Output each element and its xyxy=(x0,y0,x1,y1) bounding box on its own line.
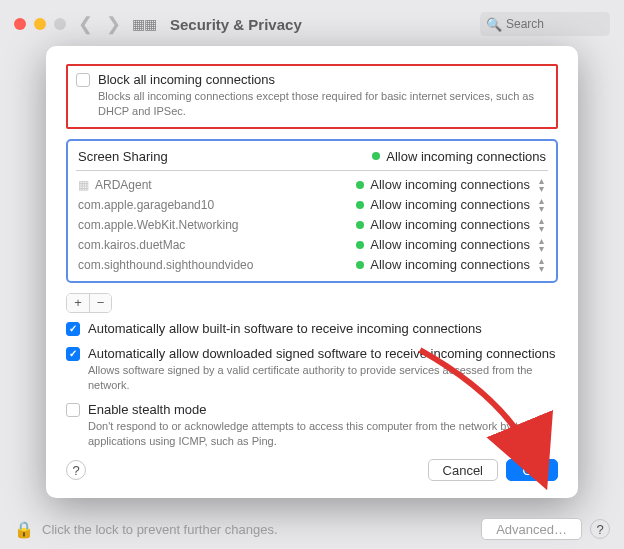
block-all-checkbox[interactable] xyxy=(76,73,90,87)
search-input[interactable] xyxy=(506,17,604,31)
firewall-options-sheet: Block all incoming connections Blocks al… xyxy=(46,46,578,498)
cancel-button[interactable]: Cancel xyxy=(428,459,498,481)
forward-button[interactable]: ❯ xyxy=(104,13,122,35)
lock-text: Click the lock to prevent further change… xyxy=(42,522,278,537)
remove-button[interactable]: − xyxy=(89,294,111,312)
block-all-description: Blocks all incoming connections except t… xyxy=(98,89,548,119)
show-all-icon[interactable]: ▦▦ xyxy=(132,16,156,32)
back-button[interactable]: ❮ xyxy=(76,13,94,35)
status-dot-icon xyxy=(356,201,364,209)
app-icon: ▦ xyxy=(78,178,89,192)
status-stepper[interactable]: ▴▾ xyxy=(536,197,546,213)
status-dot-icon xyxy=(356,261,364,269)
block-all-highlight: Block all incoming connections Blocks al… xyxy=(66,64,558,129)
app-status: Allow incoming connections xyxy=(370,217,530,232)
stealth-description: Don't respond to or acknowledge attempts… xyxy=(88,419,558,449)
app-name: com.sighthound.sighthoundvideo xyxy=(78,258,356,272)
app-row[interactable]: ▦ ARDAgent Allow incoming connections ▴▾ xyxy=(76,175,548,195)
status-dot-icon xyxy=(356,181,364,189)
apps-header-status: Allow incoming connections xyxy=(386,149,546,164)
window-title: Security & Privacy xyxy=(170,16,302,33)
window-toolbar: ❮ ❯ ▦▦ Security & Privacy 🔍 xyxy=(0,0,624,48)
zoom-window-button[interactable] xyxy=(54,18,66,30)
status-stepper[interactable]: ▴▾ xyxy=(536,257,546,273)
app-name: ARDAgent xyxy=(95,178,356,192)
status-dot-icon xyxy=(356,221,364,229)
app-status: Allow incoming connections xyxy=(370,257,530,272)
app-status: Allow incoming connections xyxy=(370,237,530,252)
ok-button[interactable]: OK xyxy=(506,459,558,481)
add-remove-control: + − xyxy=(66,293,112,313)
help-button-bottom[interactable]: ? xyxy=(590,519,610,539)
bottom-bar: 🔒 Click the lock to prevent further chan… xyxy=(0,509,624,549)
close-window-button[interactable] xyxy=(14,18,26,30)
help-button[interactable]: ? xyxy=(66,460,86,480)
auto-builtin-checkbox[interactable]: ✓ xyxy=(66,322,80,336)
status-stepper[interactable]: ▴▾ xyxy=(536,237,546,253)
status-stepper[interactable]: ▴▾ xyxy=(536,217,546,233)
divider xyxy=(76,170,548,171)
app-row[interactable]: com.sighthound.sighthoundvideo Allow inc… xyxy=(76,255,548,275)
search-field[interactable]: 🔍 xyxy=(480,12,610,36)
minimize-window-button[interactable] xyxy=(34,18,46,30)
advanced-button[interactable]: Advanced… xyxy=(481,518,582,540)
status-dot-icon xyxy=(372,152,380,160)
auto-builtin-label: Automatically allow built-in software to… xyxy=(88,321,482,336)
stealth-checkbox[interactable] xyxy=(66,403,80,417)
apps-list-header: Screen Sharing Allow incoming connection… xyxy=(76,145,548,168)
lock-icon[interactable]: 🔒 xyxy=(14,520,34,539)
app-name: com.kairos.duetMac xyxy=(78,238,356,252)
block-all-label: Block all incoming connections xyxy=(98,72,275,87)
app-row[interactable]: com.kairos.duetMac Allow incoming connec… xyxy=(76,235,548,255)
app-row[interactable]: com.apple.WebKit.Networking Allow incomi… xyxy=(76,215,548,235)
auto-signed-description: Allows software signed by a valid certif… xyxy=(88,363,558,393)
auto-signed-checkbox[interactable]: ✓ xyxy=(66,347,80,361)
app-name: com.apple.garageband10 xyxy=(78,198,356,212)
search-icon: 🔍 xyxy=(486,17,502,32)
stealth-label: Enable stealth mode xyxy=(88,402,207,417)
apps-list-highlight: Screen Sharing Allow incoming connection… xyxy=(66,139,558,283)
app-name: com.apple.WebKit.Networking xyxy=(78,218,356,232)
app-status: Allow incoming connections xyxy=(370,177,530,192)
add-button[interactable]: + xyxy=(67,294,89,312)
app-row[interactable]: com.apple.garageband10 Allow incoming co… xyxy=(76,195,548,215)
status-stepper[interactable]: ▴▾ xyxy=(536,177,546,193)
apps-header-name: Screen Sharing xyxy=(78,149,168,164)
status-dot-icon xyxy=(356,241,364,249)
traffic-lights xyxy=(14,18,66,30)
auto-signed-label: Automatically allow downloaded signed so… xyxy=(88,346,556,361)
app-status: Allow incoming connections xyxy=(370,197,530,212)
